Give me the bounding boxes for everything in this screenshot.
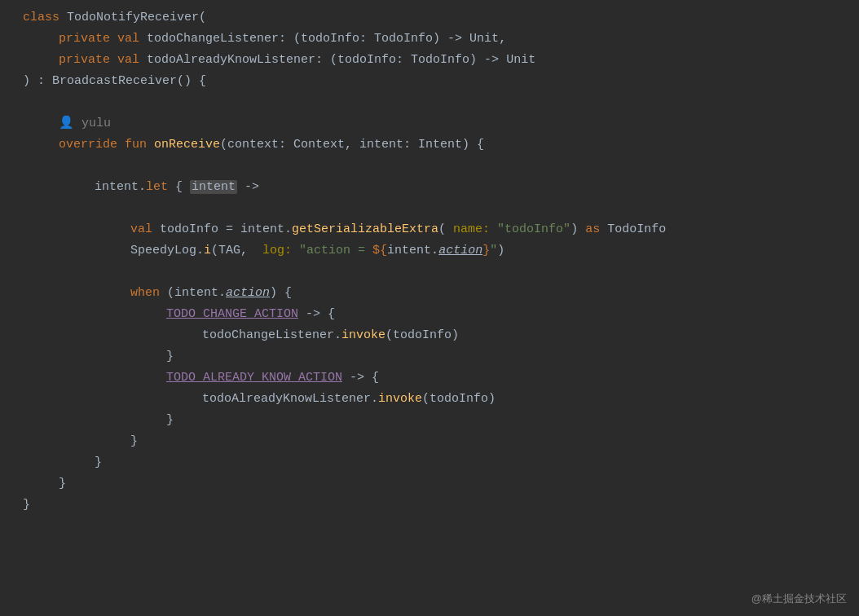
code-line-18: TODO_ALREADY_KNOW_ACTION -> { bbox=[0, 368, 859, 389]
code-line-19: todoAlreadyKnowListener.invoke(todoInfo) bbox=[0, 389, 859, 411]
code-line-12: SpeedyLog.i(TAG, log: "action = ${intent… bbox=[0, 241, 859, 262]
line-content-6: 👤 yulu bbox=[15, 114, 859, 134]
line-content-3: private val todoAlreadyKnowListener: (to… bbox=[15, 51, 859, 70]
code-line-9: intent.let { intent -> bbox=[0, 178, 859, 199]
code-line-10 bbox=[0, 199, 859, 220]
line-content-16: todoChangeListener.invoke(todoInfo) bbox=[15, 326, 859, 345]
line-content-15: TODO_CHANGE_ACTION -> { bbox=[15, 305, 859, 324]
line-content-23: } bbox=[15, 474, 859, 494]
code-line-2: private val todoChangeListener: (todoInf… bbox=[0, 29, 859, 51]
line-content-18: TODO_ALREADY_KNOW_ACTION -> { bbox=[15, 368, 859, 388]
line-content-24: } bbox=[15, 495, 859, 515]
line-content-17: } bbox=[15, 347, 859, 367]
line-content-22: } bbox=[15, 453, 859, 473]
code-line-7: override fun onReceive(context: Context,… bbox=[0, 135, 859, 156]
code-line-15: TODO_CHANGE_ACTION -> { bbox=[0, 305, 859, 326]
line-content-7: override fun onReceive(context: Context,… bbox=[15, 135, 859, 155]
code-line-13 bbox=[0, 262, 859, 284]
code-line-4: ) : BroadcastReceiver() { bbox=[0, 72, 859, 93]
code-line-3: private val todoAlreadyKnowListener: (to… bbox=[0, 51, 859, 72]
code-line-23: } bbox=[0, 474, 859, 495]
code-line-21: } bbox=[0, 432, 859, 453]
line-content-19: todoAlreadyKnowListener.invoke(todoInfo) bbox=[15, 389, 859, 409]
line-content-9: intent.let { intent -> bbox=[15, 178, 859, 197]
code-line-17: } bbox=[0, 347, 859, 368]
line-content-2: private val todoChangeListener: (todoInf… bbox=[15, 29, 859, 49]
code-line-6: 👤 yulu bbox=[0, 114, 859, 135]
line-content-12: SpeedyLog.i(TAG, log: "action = ${intent… bbox=[15, 241, 859, 261]
code-line-5 bbox=[0, 93, 859, 114]
line-content-14: when (intent.action) { bbox=[15, 284, 859, 303]
code-line-14: when (intent.action) { bbox=[0, 284, 859, 305]
line-content-5 bbox=[15, 93, 859, 112]
code-editor: class TodoNotifyReceiver( private val to… bbox=[0, 0, 859, 616]
code-line-16: todoChangeListener.invoke(todoInfo) bbox=[0, 326, 859, 347]
line-content-11: val todoInfo = intent.getSerializableExt… bbox=[15, 220, 859, 240]
line-content-10 bbox=[15, 199, 859, 218]
line-content-20: } bbox=[15, 411, 859, 430]
line-content-13 bbox=[15, 262, 859, 282]
code-line-24: } bbox=[0, 495, 859, 517]
line-content-8 bbox=[15, 156, 859, 176]
line-content-4: ) : BroadcastReceiver() { bbox=[15, 72, 859, 91]
code-line-11: val todoInfo = intent.getSerializableExt… bbox=[0, 220, 859, 241]
watermark: @稀土掘金技术社区 bbox=[751, 591, 847, 608]
code-line-8 bbox=[0, 156, 859, 178]
code-line-20: } bbox=[0, 411, 859, 432]
code-line-1: class TodoNotifyReceiver( bbox=[0, 8, 859, 29]
line-content-21: } bbox=[15, 432, 859, 451]
code-line-22: } bbox=[0, 453, 859, 474]
line-content-1: class TodoNotifyReceiver( bbox=[15, 8, 859, 28]
